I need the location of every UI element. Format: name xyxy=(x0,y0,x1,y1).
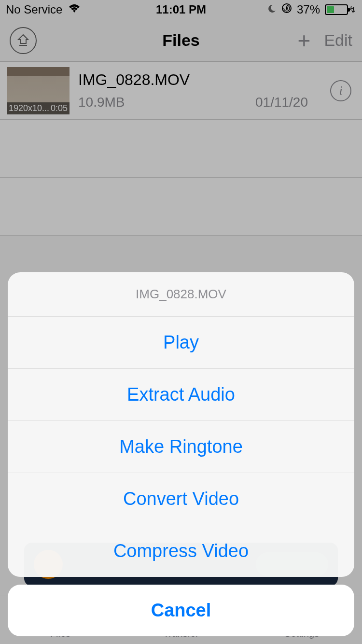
action-convert-video[interactable]: Convert Video xyxy=(8,473,354,525)
action-sheet: IMG_0828.MOV Play Extract Audio Make Rin… xyxy=(8,272,354,636)
action-cancel[interactable]: Cancel xyxy=(8,585,354,636)
action-play[interactable]: Play xyxy=(8,317,354,369)
action-sheet-title: IMG_0828.MOV xyxy=(8,272,354,317)
action-make-ringtone[interactable]: Make Ringtone xyxy=(8,421,354,473)
action-compress-video[interactable]: Compress Video xyxy=(8,525,354,577)
action-extract-audio[interactable]: Extract Audio xyxy=(8,369,354,421)
